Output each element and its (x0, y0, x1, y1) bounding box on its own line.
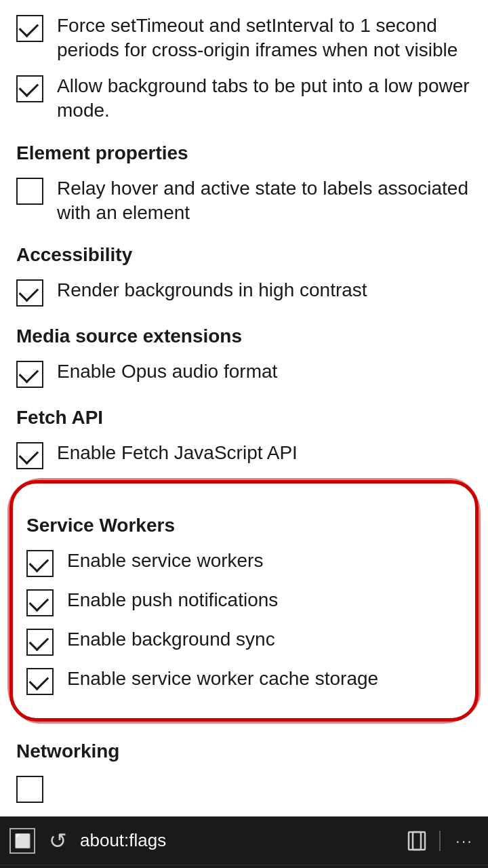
flags-content: Force setTimeout and setInterval to 1 se… (0, 0, 488, 816)
service-workers-section: Service Workers Enable service workers E… (9, 480, 479, 722)
navigation-bar: ⬜ ↺ about:flags ··· ← (0, 816, 488, 868)
section-header-fetch-api: Fetch API (16, 407, 472, 429)
svg-rect-0 (409, 832, 421, 850)
section-header-media-source: Media source extensions (16, 326, 472, 347)
list-item: Enable Opus audio format (16, 359, 472, 388)
tab-icon[interactable]: ⬜ (9, 828, 35, 854)
address-bar: ⬜ ↺ about:flags ··· (0, 816, 488, 865)
checkbox-bg-tabs[interactable] (16, 75, 43, 102)
svg-rect-1 (413, 832, 425, 850)
checkbox-push-notifications[interactable] (26, 589, 54, 616)
checkbox-label-enable-sw: Enable service workers (67, 549, 462, 573)
list-item: Force setTimeout and setInterval to 1 se… (16, 14, 472, 63)
checkbox-force-timers[interactable] (16, 15, 43, 42)
checkbox-high-contrast[interactable] (16, 279, 43, 307)
checkbox-label-bg-tabs: Allow background tabs to be put into a l… (57, 74, 472, 123)
checkbox-label-bg-sync: Enable background sync (67, 627, 462, 652)
checkbox-networking-partial[interactable] (16, 776, 43, 803)
list-item: Relay hover and active state to labels a… (16, 176, 472, 226)
checkbox-cache-storage[interactable] (26, 668, 54, 695)
section-header-service-workers: Service Workers (26, 515, 462, 536)
section-header-networking: Networking (16, 741, 472, 762)
reload-icon[interactable]: ↺ (45, 828, 70, 854)
address-text[interactable]: about:flags (80, 830, 394, 851)
section-header-element-properties: Element properties (16, 142, 472, 164)
checkbox-label-force-timers: Force setTimeout and setInterval to 1 se… (57, 14, 472, 63)
list-item: Enable service worker cache storage (26, 667, 462, 695)
list-item: Enable push notifications (26, 588, 462, 616)
section-header-accessibility: Accessibility (16, 244, 472, 266)
checkbox-opus[interactable] (16, 361, 43, 388)
list-item: Allow background tabs to be put into a l… (16, 74, 472, 123)
checkbox-relay-hover[interactable] (16, 178, 43, 205)
book-icon[interactable] (404, 828, 430, 854)
checkbox-label-relay-hover: Relay hover and active state to labels a… (57, 176, 472, 226)
bottom-navigation: ← (0, 865, 488, 868)
more-icon[interactable]: ··· (450, 829, 479, 853)
checkbox-enable-sw[interactable] (26, 550, 54, 577)
checkbox-label-push-notifications: Enable push notifications (67, 588, 462, 612)
checkbox-label-cache-storage: Enable service worker cache storage (67, 667, 462, 691)
list-item: Render backgrounds in high contrast (16, 278, 472, 307)
list-item: Enable service workers (26, 549, 462, 577)
checkbox-label-high-contrast: Render backgrounds in high contrast (57, 278, 472, 302)
list-item: Enable background sync (26, 627, 462, 656)
list-item: Enable Fetch JavaScript API (16, 441, 472, 469)
checkbox-bg-sync[interactable] (26, 629, 54, 656)
nav-divider (439, 831, 441, 851)
checkbox-label-opus: Enable Opus audio format (57, 359, 472, 384)
checkbox-fetch-api[interactable] (16, 442, 43, 469)
checkbox-label-fetch-api: Enable Fetch JavaScript API (57, 441, 472, 465)
